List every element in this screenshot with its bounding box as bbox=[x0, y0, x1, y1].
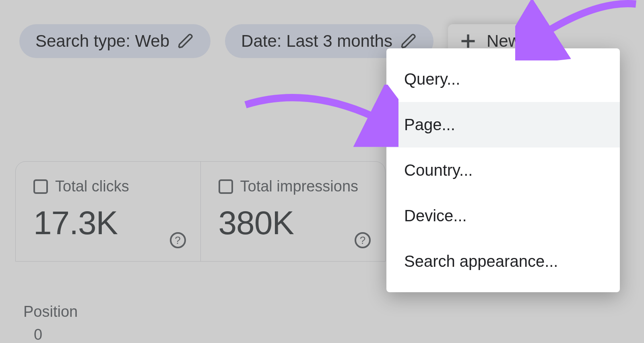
clicks-label: Total clicks bbox=[55, 178, 129, 195]
menu-item-search-appearance[interactable]: Search appearance... bbox=[386, 239, 620, 284]
checkbox-icon[interactable] bbox=[33, 179, 48, 194]
summary-cards: Total clicks 17.3K ? Total impressions 3… bbox=[15, 161, 386, 262]
impressions-label: Total impressions bbox=[240, 178, 359, 195]
card-total-clicks[interactable]: Total clicks 17.3K ? bbox=[16, 162, 201, 261]
pencil-icon bbox=[400, 33, 417, 50]
card-total-impressions[interactable]: Total impressions 380K ? bbox=[201, 162, 386, 261]
menu-item-page[interactable]: Page... bbox=[386, 102, 620, 148]
menu-item-query[interactable]: Query... bbox=[386, 56, 620, 102]
chart-axis-label: Position 0 bbox=[23, 303, 78, 343]
axis-position-label: Position bbox=[23, 303, 78, 320]
annotation-arrow-page bbox=[229, 85, 398, 149]
search-type-label: Search type: Web bbox=[35, 31, 169, 51]
help-icon[interactable]: ? bbox=[170, 232, 186, 248]
search-type-chip[interactable]: Search type: Web bbox=[19, 24, 211, 58]
menu-item-device[interactable]: Device... bbox=[386, 193, 620, 239]
date-label: Date: Last 3 months bbox=[241, 31, 392, 51]
impressions-value: 380K bbox=[219, 204, 368, 242]
menu-item-country[interactable]: Country... bbox=[386, 148, 620, 193]
new-label: New bbox=[487, 31, 520, 51]
help-icon[interactable]: ? bbox=[355, 232, 371, 248]
pencil-icon bbox=[178, 33, 194, 50]
axis-tick-0: 0 bbox=[34, 326, 78, 343]
clicks-value: 17.3K bbox=[33, 204, 183, 242]
checkbox-icon[interactable] bbox=[219, 179, 233, 194]
plus-icon bbox=[459, 32, 477, 50]
new-filter-menu: Query... Page... Country... Device... Se… bbox=[386, 48, 620, 292]
